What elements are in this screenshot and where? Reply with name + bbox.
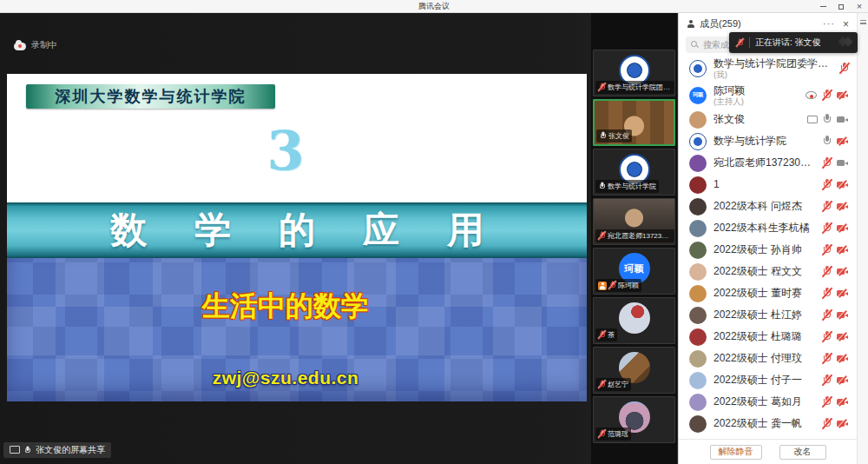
member-avatar: [689, 372, 707, 389]
camera-status-icon[interactable]: [837, 376, 848, 384]
mic-status-icon[interactable]: [823, 89, 831, 101]
member-row[interactable]: 2022级硕士 杜江婷: [679, 304, 857, 326]
window-controls: ×: [819, 0, 864, 13]
thumbnail-name: 数学与统计学院: [608, 182, 656, 191]
camera-status-icon[interactable]: [837, 268, 848, 275]
members-panel-footer: 解除静音 改名: [679, 439, 857, 464]
camera-status-icon[interactable]: [837, 398, 848, 406]
member-avatar: [689, 220, 707, 237]
mic-status-icon[interactable]: [823, 331, 831, 342]
member-status-icons: [823, 375, 848, 386]
member-name: 2022级本科生李杭橘: [713, 222, 816, 235]
mic-status-icon[interactable]: [823, 136, 831, 147]
camera-status-icon[interactable]: [837, 420, 848, 428]
member-avatar: [689, 176, 707, 194]
member-status-icons: [823, 288, 848, 299]
member-row[interactable]: 数学与统计学院: [679, 130, 857, 152]
member-row[interactable]: 2022级本科生李杭橘: [679, 217, 857, 239]
video-thumbnail[interactable]: 范璐瑶: [593, 396, 675, 443]
member-row[interactable]: 2022级硕士 孙肖帅: [679, 239, 857, 261]
speaking-toast: 正在讲话: 张文俊: [729, 32, 858, 53]
camera-status-icon[interactable]: [837, 333, 848, 341]
panel-close-button[interactable]: ×: [843, 19, 849, 30]
camera-status-icon[interactable]: [837, 181, 848, 189]
member-row[interactable]: 珂颖 陈珂颖 (主持人): [679, 82, 857, 109]
member-status-icons: [823, 136, 848, 147]
muted-mic-icon: [737, 38, 743, 47]
member-name: 2022级硕士 孙肖帅: [713, 243, 816, 256]
mic-status-icon[interactable]: [823, 244, 831, 255]
mic-status-icon[interactable]: [823, 353, 831, 364]
video-thumbnail[interactable]: 宛北霞老师13723007859: [593, 198, 675, 245]
panel-more-button[interactable]: ···: [823, 19, 835, 29]
mic-status-icon[interactable]: [823, 157, 831, 169]
member-avatar: [689, 285, 707, 302]
window-titlebar: 腾讯会议 ×: [0, 0, 868, 13]
member-text: 陈珂颖 (主持人): [713, 84, 799, 106]
video-thumbnail[interactable]: 数学与统计学院: [593, 149, 675, 196]
mic-status-icon[interactable]: [823, 396, 831, 408]
video-thumbnail[interactable]: 张文俊: [593, 99, 675, 146]
member-row[interactable]: 2022级本科 问煜杰: [679, 196, 857, 217]
camera-status-icon[interactable]: [837, 116, 848, 123]
rename-button[interactable]: 改名: [779, 445, 826, 460]
mic-status-icon[interactable]: [823, 418, 831, 429]
mic-status-icon[interactable]: [823, 309, 831, 321]
member-row[interactable]: 2022级硕士 董时赛: [679, 282, 857, 304]
member-status-icons: [823, 309, 848, 321]
member-row[interactable]: 1: [679, 174, 857, 196]
member-avatar: [689, 263, 707, 281]
video-thumbnail[interactable]: 茶: [593, 297, 675, 344]
member-text: 2022级硕士 付理玟: [713, 352, 816, 365]
camera-status-icon[interactable]: [837, 289, 848, 297]
search-icon: [691, 41, 699, 49]
camera-status-icon[interactable]: [837, 355, 848, 362]
close-button[interactable]: ×: [855, 2, 864, 12]
member-text: 2022级硕士 杜璐璐: [713, 330, 816, 343]
mic-status-icon[interactable]: [840, 63, 848, 74]
minimize-button[interactable]: [819, 2, 827, 12]
member-row[interactable]: 宛北霞老师13723007859: [679, 152, 857, 174]
unmute-button[interactable]: 解除静音: [710, 445, 762, 460]
camera-status-icon[interactable]: [837, 91, 848, 99]
member-text: 数学与统计学院: [713, 135, 816, 148]
member-status-icons: [823, 396, 848, 408]
camera-status-icon[interactable]: [837, 159, 848, 167]
member-text: 2022级硕士 董时赛: [713, 287, 816, 300]
mic-status-icon[interactable]: [823, 114, 831, 125]
member-text: 数学与统计学院团委学生会 (我): [713, 57, 833, 79]
camera-status-icon[interactable]: [837, 202, 848, 210]
member-text: 2022级本科 问煜杰: [713, 200, 816, 213]
camera-status-icon[interactable]: [837, 311, 848, 319]
mic-status-icon[interactable]: [823, 201, 831, 212]
maximize-button[interactable]: [837, 2, 845, 12]
mic-status-icon[interactable]: [823, 222, 831, 234]
member-avatar: [689, 198, 707, 215]
video-thumbnail[interactable]: 数学与统计学院团委学生会: [593, 50, 675, 96]
member-row[interactable]: 2022级硕士 龚一帆: [679, 413, 857, 434]
video-thumbnail[interactable]: 赵艺宁: [593, 347, 675, 394]
member-row[interactable]: 张文俊: [679, 109, 857, 130]
camera-status-icon[interactable]: [837, 224, 848, 232]
member-row[interactable]: 2022级硕士 杜璐璐: [679, 326, 857, 348]
member-name: 张文俊: [713, 113, 800, 126]
member-row[interactable]: 2022级硕士 葛如月: [679, 391, 857, 413]
mic-status-icon[interactable]: [823, 288, 831, 299]
camera-status-icon[interactable]: [837, 137, 848, 145]
toast-divider: [749, 37, 750, 48]
member-row[interactable]: 2022级硕士 程文文: [679, 261, 857, 282]
member-row[interactable]: 数学与统计学院团委学生会 (我): [679, 55, 857, 82]
mic-status-icon[interactable]: [823, 266, 831, 277]
camera-status-icon[interactable]: [837, 246, 848, 254]
member-avatar: [689, 350, 707, 368]
video-thumbnail[interactable]: 珂颖 陈珂颖: [593, 248, 675, 295]
mic-status-icon: [599, 429, 605, 438]
screen-share-banner: 张文俊的屏幕共享: [3, 442, 111, 458]
mic-status-icon[interactable]: [823, 179, 831, 190]
panel-list-toggle-icon[interactable]: [860, 20, 866, 24]
member-avatar: [689, 60, 707, 77]
member-status-icons: [823, 418, 848, 429]
member-row[interactable]: 2022级硕士 付理玟: [679, 348, 857, 369]
mic-status-icon[interactable]: [823, 375, 831, 386]
member-row[interactable]: 2022级硕士 付子一: [679, 369, 857, 391]
